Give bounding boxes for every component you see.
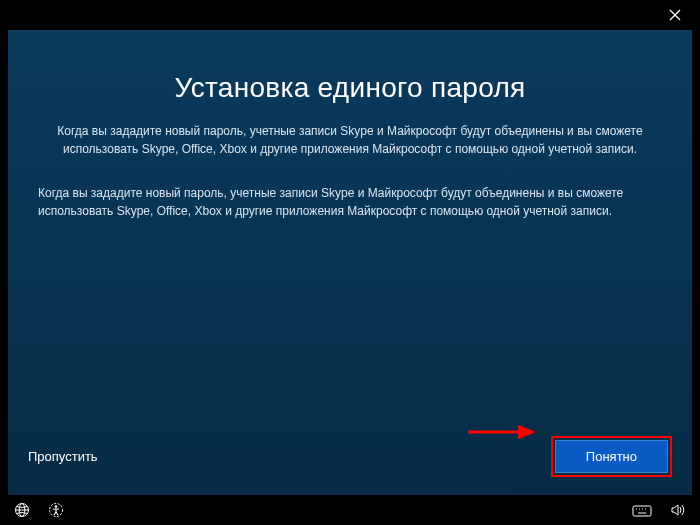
confirm-button[interactable]: Понятно <box>555 440 668 473</box>
taskbar <box>0 495 700 525</box>
svg-rect-9 <box>633 506 651 516</box>
skip-link[interactable]: Пропустить <box>28 449 98 464</box>
volume-icon <box>670 502 686 518</box>
dialog-content: Установка единого пароля Когда вы задади… <box>8 30 692 420</box>
accessibility-button[interactable] <box>48 502 64 518</box>
setup-dialog: Установка единого пароля Когда вы задади… <box>8 30 692 495</box>
titlebar <box>0 0 700 30</box>
globe-icon <box>14 502 30 518</box>
accessibility-icon <box>48 502 64 518</box>
keyboard-button[interactable] <box>632 503 652 517</box>
close-icon <box>669 9 681 21</box>
close-button[interactable] <box>660 0 690 30</box>
svg-point-8 <box>55 505 58 508</box>
language-button[interactable] <box>14 502 30 518</box>
dialog-body: Когда вы зададите новый пароль, учетные … <box>38 184 662 220</box>
dialog-title: Установка единого пароля <box>38 72 662 104</box>
annotation-highlight: Понятно <box>551 436 672 477</box>
keyboard-icon <box>632 503 652 517</box>
dialog-subtitle: Когда вы зададите новый пароль, учетные … <box>38 122 662 158</box>
dialog-actions: Пропустить Понятно <box>8 420 692 495</box>
volume-button[interactable] <box>670 502 686 518</box>
